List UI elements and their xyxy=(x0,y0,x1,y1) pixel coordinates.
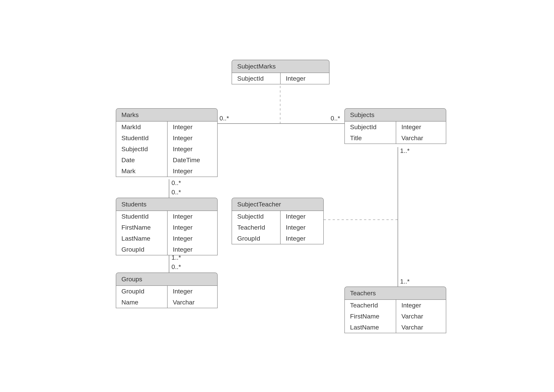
attr-type: Integer xyxy=(168,133,217,144)
attr-name: SubjectId xyxy=(116,144,168,154)
entity-subjectteacher: SubjectTeacher SubjectId Integer Teacher… xyxy=(232,198,324,244)
table-row: Date DateTime xyxy=(116,154,217,166)
entity-marks: Marks MarkId Integer StudentId Integer S… xyxy=(116,108,218,177)
entity-title: SubjectMarks xyxy=(232,60,329,73)
table-row: Name Varchar xyxy=(116,297,217,308)
diagram-connectors xyxy=(0,0,554,392)
attr-type: Integer xyxy=(396,121,446,133)
attr-name: StudentId xyxy=(116,133,168,144)
attr-type: Varchar xyxy=(396,133,446,144)
attr-name: TeacherId xyxy=(345,300,396,311)
entity-title: Students xyxy=(116,198,217,211)
table-row: GroupId Integer xyxy=(232,233,323,244)
attr-type: Integer xyxy=(168,222,217,233)
entity-title: Subjects xyxy=(345,109,446,121)
attr-name: LastName xyxy=(116,233,168,244)
attr-name: FirstName xyxy=(116,222,168,233)
attr-name: GroupId xyxy=(232,233,281,244)
table-row: SubjectId Integer xyxy=(232,73,329,84)
attr-type: Integer xyxy=(281,222,323,233)
attr-type: Integer xyxy=(168,144,217,154)
entity-subjectmarks: SubjectMarks SubjectId Integer xyxy=(232,60,329,84)
attr-name: Title xyxy=(345,133,396,144)
attr-name: SubjectId xyxy=(345,121,396,133)
entity-title: Marks xyxy=(116,109,217,121)
attr-type: Integer xyxy=(281,211,323,222)
attr-type: Integer xyxy=(168,166,217,177)
entity-students: Students StudentId Integer FirstName Int… xyxy=(116,198,218,255)
multiplicity-label: 0..* xyxy=(171,189,181,196)
attr-name: Mark xyxy=(116,166,168,177)
attr-type: Varchar xyxy=(396,311,446,322)
table-row: LastName Integer xyxy=(116,233,217,244)
table-row: StudentId Integer xyxy=(116,211,217,222)
attr-name: LastName xyxy=(345,322,396,333)
attr-name: GroupId xyxy=(116,244,168,255)
attr-name: SubjectId xyxy=(232,211,281,222)
table-row: FirstName Integer xyxy=(116,222,217,233)
entity-groups: Groups GroupId Integer Name Varchar xyxy=(116,273,218,308)
table-row: Title Varchar xyxy=(345,133,446,144)
table-row: GroupId Integer xyxy=(116,286,217,297)
table-row: SubjectId Integer xyxy=(345,121,446,133)
table-row: GroupId Integer xyxy=(116,244,217,255)
attr-type: Integer xyxy=(168,233,217,244)
multiplicity-label: 0..* xyxy=(331,115,340,122)
attr-name: MarkId xyxy=(116,121,168,133)
multiplicity-label: 1..* xyxy=(400,147,410,154)
entity-teachers: Teachers TeacherId Integer FirstName Var… xyxy=(344,287,446,333)
table-row: TeacherId Integer xyxy=(232,222,323,233)
entity-subjects: Subjects SubjectId Integer Title Varchar xyxy=(344,108,446,144)
attr-name: Name xyxy=(116,297,168,308)
multiplicity-label: 1..* xyxy=(171,254,181,261)
attr-type: Integer xyxy=(168,244,217,255)
table-row: SubjectId Integer xyxy=(116,144,217,154)
attr-type: Integer xyxy=(168,211,217,222)
table-row: Mark Integer xyxy=(116,166,217,177)
table-row: MarkId Integer xyxy=(116,121,217,133)
attr-type: Integer xyxy=(281,73,329,84)
entity-title: Groups xyxy=(116,273,217,286)
table-row: FirstName Varchar xyxy=(345,311,446,322)
table-row: SubjectId Integer xyxy=(232,211,323,222)
attr-type: DateTime xyxy=(168,154,217,166)
attr-name: StudentId xyxy=(116,211,168,222)
attr-name: TeacherId xyxy=(232,222,281,233)
attr-name: SubjectId xyxy=(232,73,281,84)
attr-name: FirstName xyxy=(345,311,396,322)
attr-name: GroupId xyxy=(116,286,168,297)
attr-name: Date xyxy=(116,154,168,166)
table-row: LastName Varchar xyxy=(345,322,446,333)
multiplicity-label: 0..* xyxy=(171,179,181,187)
attr-type: Varchar xyxy=(168,297,217,308)
entity-title: Teachers xyxy=(345,287,446,300)
multiplicity-label: 0..* xyxy=(220,115,229,122)
table-row: TeacherId Integer xyxy=(345,300,446,311)
table-row: StudentId Integer xyxy=(116,133,217,144)
attr-type: Integer xyxy=(168,286,217,297)
attr-type: Integer xyxy=(396,300,446,311)
multiplicity-label: 1..* xyxy=(400,278,410,285)
attr-type: Varchar xyxy=(396,322,446,333)
entity-title: SubjectTeacher xyxy=(232,198,323,211)
attr-type: Integer xyxy=(168,121,217,133)
multiplicity-label: 0..* xyxy=(171,263,181,271)
attr-type: Integer xyxy=(281,233,323,244)
